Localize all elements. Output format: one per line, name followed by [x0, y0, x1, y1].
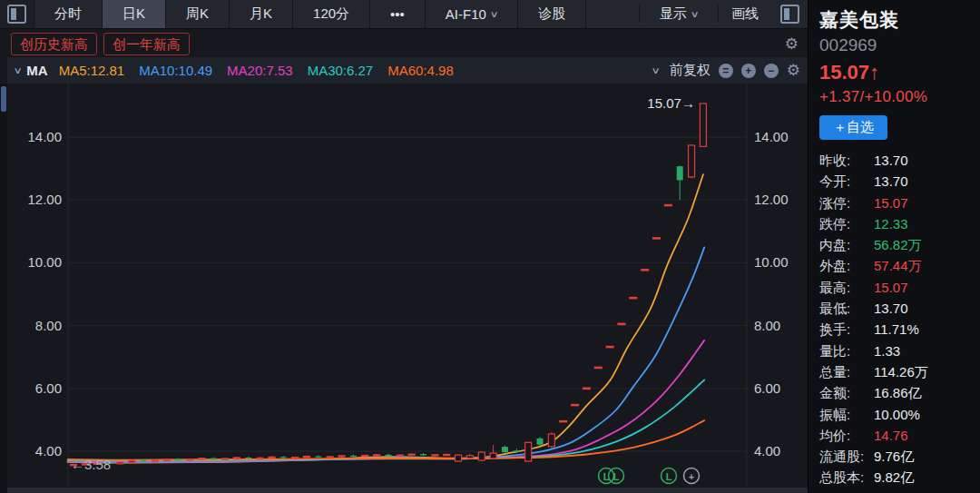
ma-line-ma5: [68, 174, 703, 462]
display-dropdown-label: 显示: [660, 5, 687, 23]
candle: [432, 454, 438, 457]
candle: [571, 404, 579, 407]
expand-right-panel-button[interactable]: [771, 5, 808, 24]
tab-label: 诊股: [538, 5, 565, 23]
y-axis-label-right: 4.00: [754, 443, 780, 458]
stat-label: 流通股:: [819, 446, 874, 467]
candle: [292, 457, 299, 459]
stat-row: 外盘:57.44万: [819, 255, 980, 276]
ma-collapse-chevron-icon[interactable]: ∨: [14, 65, 23, 75]
stat-label: 涨停:: [819, 192, 874, 213]
candle: [629, 297, 637, 300]
tagbar-settings-gear-icon[interactable]: ⚙: [785, 36, 799, 52]
tab-monthly-k[interactable]: 月K: [230, 0, 293, 28]
stat-value: 14.76: [874, 425, 908, 446]
zoom-in-button[interactable]: +: [741, 64, 756, 78]
tag-bar: 创历史新高创一年新高 ⚙: [7, 30, 808, 57]
candle: [641, 269, 649, 271]
last-price: 15.07↑: [819, 61, 980, 84]
stat-label: 振幅:: [819, 404, 874, 425]
tab-diagnose[interactable]: 诊股: [518, 0, 586, 28]
candle: [385, 454, 391, 457]
svg-text:L: L: [613, 471, 620, 482]
price-annotation: ←3.58: [71, 457, 111, 472]
candle: [257, 458, 263, 460]
stat-label: 换手:: [819, 319, 874, 340]
y-axis-label-left: 8.00: [35, 318, 62, 333]
add-watchlist-button[interactable]: ＋自选: [819, 115, 887, 140]
stat-row: 总股本:9.82亿: [819, 467, 980, 488]
candle: [456, 454, 462, 461]
adjust-mode-label: 前复权: [670, 62, 710, 79]
toolbar: 分时日K周K月K120分•••AI-F10∨诊股 显示 ∨ 画线: [0, 0, 808, 29]
candle: [222, 458, 229, 460]
tab-ai-f10[interactable]: AI-F10∨: [426, 0, 518, 28]
candle: [408, 453, 415, 456]
candle: [606, 346, 614, 349]
ma-legend-item: MA10:10.49: [139, 63, 212, 78]
tab-label: 120分: [313, 5, 349, 23]
stat-value: 1.33: [874, 340, 900, 361]
chart-settings-gear-icon[interactable]: ⚙: [787, 63, 800, 78]
tab-daily-k[interactable]: 日K: [103, 0, 166, 28]
stat-label: 总股本:: [819, 467, 874, 488]
stat-value: 13.70: [874, 171, 908, 192]
stat-value: 114.26万: [874, 361, 928, 382]
add-marker-button[interactable]: +: [684, 468, 700, 484]
quote-stats: 昨收:13.70今开:13.70涨停:15.07跌停:12.33内盘:56.82…: [819, 150, 980, 488]
stat-label: 金额:: [819, 382, 874, 403]
stock-code: 002969: [819, 35, 980, 55]
candle: [490, 445, 496, 459]
ma-legend-item: MA60:4.98: [387, 63, 454, 78]
ma-legend-item: MA5:12.81: [59, 63, 125, 78]
stat-label: 最低:: [819, 298, 874, 319]
stat-label: 量比:: [819, 340, 874, 361]
candle: [163, 458, 170, 461]
limit-marker-ll[interactable]: LL: [599, 468, 624, 484]
tag-list: 创历史新高创一年新高: [11, 33, 190, 55]
stat-label: 总量:: [819, 361, 874, 382]
candle: [583, 388, 591, 390]
stock-name: 嘉美包装: [819, 7, 980, 33]
candle: [664, 204, 672, 207]
stat-value: 56.82万: [874, 234, 922, 255]
tab-120min[interactable]: 120分: [293, 0, 370, 28]
candle: [689, 144, 695, 178]
zoom-out-button[interactable]: −: [764, 64, 779, 78]
display-dropdown[interactable]: 显示 ∨: [639, 5, 718, 23]
candle: [152, 459, 158, 462]
kline-chart-canvas[interactable]: 14.0014.0012.0012.0010.0010.008.008.006.…: [0, 84, 808, 493]
chevron-down-icon: ∨: [690, 9, 699, 19]
svg-text:+: +: [689, 471, 694, 482]
tab-minute[interactable]: 分时: [34, 0, 103, 28]
y-axis-label-right: 10.00: [754, 254, 789, 270]
y-axis-label-left: 6.00: [35, 380, 62, 396]
ma-legend-item: MA30:6.27: [308, 63, 374, 78]
kline-chart-area: 14.0014.0012.0012.0010.0010.008.008.006.…: [0, 84, 808, 493]
candle: [362, 455, 368, 458]
stat-row: 内盘:56.82万: [819, 234, 980, 255]
candle: [280, 456, 287, 458]
tab-more[interactable]: •••: [370, 0, 426, 28]
record-high-badge: 创历史新高: [11, 33, 97, 55]
candle: [466, 454, 473, 459]
toolbar-right: 显示 ∨ 画线: [639, 0, 808, 28]
period-tabs: 分时日K周K月K120分•••AI-F10∨诊股: [34, 0, 586, 28]
left-edge-strip: [0, 84, 7, 493]
candle: [677, 165, 683, 200]
adjust-mode-dropdown[interactable]: ∨ 前复权: [652, 62, 710, 79]
stat-label: 外盘:: [819, 255, 874, 276]
y-axis-label-right: 12.00: [754, 192, 789, 207]
reset-zoom-button[interactable]: =: [719, 64, 733, 78]
y-axis-label-right: 8.00: [754, 318, 780, 333]
candle: [129, 460, 135, 463]
tab-weekly-k[interactable]: 周K: [166, 0, 230, 28]
collapse-left-panel-button[interactable]: [0, 0, 34, 28]
stat-value: 9.76亿: [874, 446, 914, 467]
panel-left-icon: [7, 5, 26, 24]
ma-group-label: MA: [26, 63, 47, 78]
limit-marker-l[interactable]: L: [662, 468, 677, 484]
draw-line-button[interactable]: 画线: [718, 5, 771, 23]
chevron-down-icon: ∨: [652, 65, 661, 75]
panel-right-icon: [780, 5, 799, 24]
